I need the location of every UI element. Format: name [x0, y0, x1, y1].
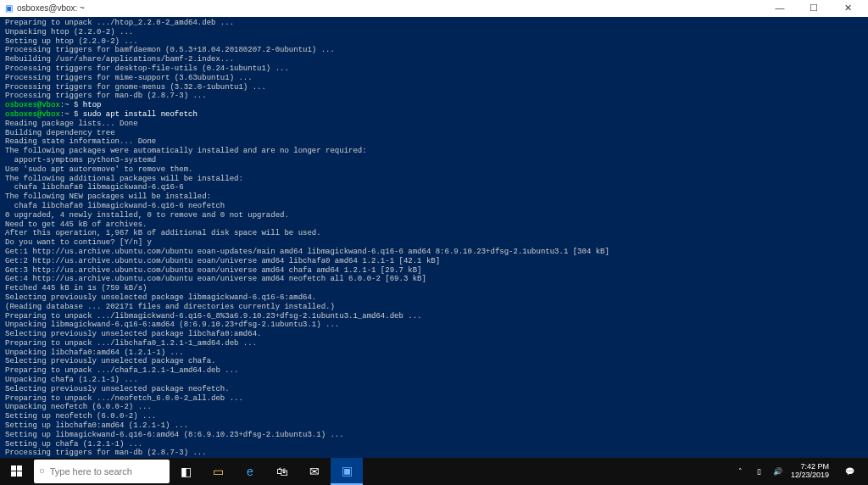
taskbar-app-mail[interactable]: ✉	[298, 458, 331, 485]
output-line: Setting up htop (2.2.0-2) ...	[5, 37, 863, 47]
task-view-button[interactable]: ◧	[170, 458, 202, 485]
command-text: htop	[83, 101, 102, 109]
start-button[interactable]	[0, 458, 34, 485]
output-line: apport-symptoms python3-systemd	[5, 156, 863, 165]
svg-rect-1	[17, 465, 22, 471]
output-line: chafa libchafa0 libmagickwand-6.q16-6	[5, 183, 863, 192]
output-line: Selecting previously unselected package …	[5, 330, 863, 339]
taskbar-app-explorer[interactable]: ▭	[202, 458, 234, 485]
output-line: Fetched 445 kB in 1s (759 kB/s)	[5, 284, 863, 293]
output-line: Setting up chafa (1.2.1-1) ...	[5, 440, 863, 449]
window-titlebar: ▣ osboxes@vbox: ~ — ☐ ✕	[0, 0, 868, 17]
svg-rect-3	[17, 471, 22, 477]
output-line: After this operation, 1,967 kB of additi…	[5, 229, 863, 238]
output-line: Processing triggers for man-db (2.8.7-3)…	[5, 92, 863, 101]
output-line: (Reading database ... 202171 files and d…	[5, 303, 863, 312]
output-line: Rebuilding /usr/share/applications/bamf-…	[5, 55, 863, 64]
output-line: Unpacking libmagickwand-6.q16-6:amd64 (8…	[5, 321, 863, 330]
output-line: Setting up neofetch (6.0.0-2) ...	[5, 412, 863, 421]
output-line: Get:1 http://us.archive.ubuntu.com/ubunt…	[5, 248, 863, 257]
output-line: Processing triggers for gnome-menus (3.3…	[5, 83, 863, 92]
output-line: Unpacking htop (2.2.0-2) ...	[5, 28, 863, 37]
maximize-button[interactable]: ☐	[797, 3, 831, 14]
output-line: 0 upgraded, 4 newly installed, 0 to remo…	[5, 211, 863, 220]
output-line: Setting up libmagickwand-6.q16-6:amd64 (…	[5, 431, 863, 440]
window-title: osboxes@vbox: ~	[17, 3, 763, 14]
output-line: Unpacking libchafa0:amd64 (1.2.1-1) ...	[5, 348, 863, 358]
taskbar-app-edge[interactable]: e	[234, 458, 266, 485]
output-line: Selecting previously unselected package …	[5, 293, 863, 303]
output-line: Get:2 http://us.archive.ubuntu.com/ubunt…	[5, 257, 863, 266]
taskbar-search[interactable]: ○	[34, 460, 170, 483]
action-center-button[interactable]: 💬	[836, 467, 863, 477]
output-line: Preparing to unpack .../chafa_1.2.1-1_am…	[5, 366, 863, 376]
output-line: The following NEW packages will be insta…	[5, 192, 863, 202]
output-line: Preparing to unpack .../libmagickwand-6.…	[5, 312, 863, 321]
output-line: Selecting previously unselected package …	[5, 385, 863, 394]
output-line: chafa libchafa0 libmagickwand-6.q16-6 ne…	[5, 202, 863, 211]
output-line: Preparing to unpack .../htop_2.2.0-2_amd…	[5, 19, 863, 28]
search-icon: ○	[39, 465, 45, 477]
svg-rect-2	[11, 471, 16, 477]
output-line: Selecting previously unselected package …	[5, 357, 863, 366]
output-line: Need to get 445 kB of archives.	[5, 220, 863, 230]
output-line: The following packages were automaticall…	[5, 147, 863, 156]
taskbar-app-terminal[interactable]: ▣	[331, 458, 363, 485]
output-line: Get:4 http://us.archive.ubuntu.com/ubunt…	[5, 275, 863, 284]
output-line: Processing triggers for man-db (2.8.7-3)…	[5, 449, 863, 458]
output-line: Processing triggers for desktop-file-uti…	[5, 64, 863, 74]
tray-network-icon[interactable]: ▯	[754, 467, 765, 477]
windows-logo-icon	[11, 465, 23, 477]
output-line: Unpacking chafa (1.2.1-1) ...	[5, 376, 863, 385]
prompt-line: osboxes@vbox:~ $ sudo apt install neofet…	[5, 110, 863, 120]
tray-chevron-up-icon[interactable]: ˄	[735, 467, 747, 477]
prompt-line: osboxes@vbox:~ $ htop	[5, 101, 863, 110]
output-line: Do you want to continue? [Y/n] y	[5, 238, 863, 248]
svg-rect-0	[11, 465, 16, 471]
output-line: Use 'sudo apt autoremove' to remove them…	[5, 165, 863, 175]
taskbar-clock[interactable]: 7:42 PM 12/23/2019	[791, 463, 829, 480]
tray-volume-icon[interactable]: 🔊	[772, 467, 784, 477]
output-line: Get:3 http://us.archive.ubuntu.com/ubunt…	[5, 266, 863, 276]
system-tray: ˄ ▯ 🔊 7:42 PM 12/23/2019 💬	[735, 463, 868, 480]
output-line: Preparing to unpack .../libchafa0_1.2.1-…	[5, 339, 863, 348]
output-line: Unpacking neofetch (6.0.0-2) ...	[5, 403, 863, 412]
output-line: Processing triggers for bamfdaemon (0.5.…	[5, 46, 863, 55]
powershell-icon: ▣	[3, 3, 14, 14]
search-input[interactable]	[50, 466, 164, 477]
close-button[interactable]: ✕	[831, 3, 865, 14]
output-line: Reading package lists... Done	[5, 120, 863, 129]
output-line: The following additional packages will b…	[5, 175, 863, 184]
taskbar: ○ ◧ ▭ e 🛍 ✉ ▣ ˄ ▯ 🔊 7:42 PM 12/23/2019 💬	[0, 458, 868, 485]
clock-date: 12/23/2019	[791, 471, 829, 480]
output-line: Processing triggers for mime-support (3.…	[5, 74, 863, 83]
taskbar-app-store[interactable]: 🛍	[266, 458, 298, 485]
output-line: Reading state information... Done	[5, 137, 863, 147]
command-text: sudo apt install neofetch	[83, 110, 198, 119]
terminal-output[interactable]: Preparing to unpack .../htop_2.2.0-2_amd…	[0, 17, 868, 458]
output-line: Setting up libchafa0:amd64 (1.2.1-1) ...	[5, 421, 863, 431]
output-line: Preparing to unpack .../neofetch_6.0.0-2…	[5, 394, 863, 404]
minimize-button[interactable]: —	[763, 3, 797, 14]
output-line: Building dependency tree	[5, 129, 863, 138]
